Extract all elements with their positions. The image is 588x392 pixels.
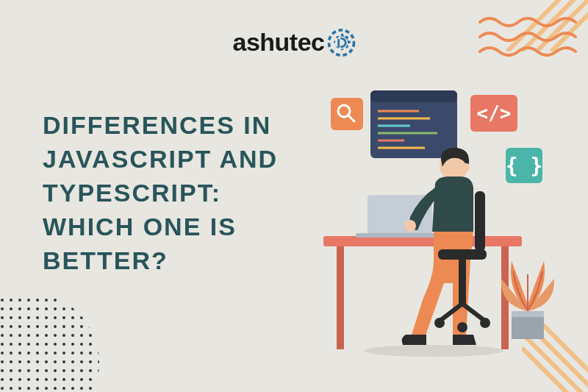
decoration-waves — [476, 13, 579, 65]
code-tag-icon: </> — [470, 95, 517, 132]
search-icon — [331, 98, 363, 130]
svg-point-42 — [480, 318, 490, 328]
svg-text:{ }: { } — [506, 154, 543, 178]
svg-rect-38 — [459, 260, 466, 304]
brand-name: ashutec — [233, 28, 325, 57]
brand-logo: ashutec — [233, 28, 356, 57]
svg-rect-17 — [370, 90, 457, 102]
svg-rect-32 — [356, 233, 444, 238]
svg-point-34 — [464, 163, 470, 171]
developer-illustration: </> { } — [323, 85, 566, 364]
svg-text:</>: </> — [477, 102, 512, 124]
svg-rect-45 — [512, 311, 544, 317]
gear-icon — [328, 29, 356, 57]
svg-rect-36 — [475, 191, 485, 252]
code-window-icon — [370, 90, 457, 158]
article-title: DIFFERENCES IN JAVASCRIPT AND TYPESCRIPT… — [43, 109, 307, 277]
svg-point-43 — [457, 322, 467, 332]
braces-icon: { } — [506, 148, 543, 183]
decoration-dots-circle — [0, 289, 103, 392]
desk — [323, 236, 522, 246]
svg-point-35 — [404, 220, 416, 232]
svg-rect-13 — [331, 98, 363, 130]
svg-point-30 — [364, 345, 503, 357]
svg-rect-10 — [0, 289, 103, 392]
svg-rect-37 — [438, 249, 487, 260]
svg-rect-28 — [337, 246, 344, 349]
plant — [501, 261, 554, 339]
svg-point-41 — [434, 318, 445, 328]
